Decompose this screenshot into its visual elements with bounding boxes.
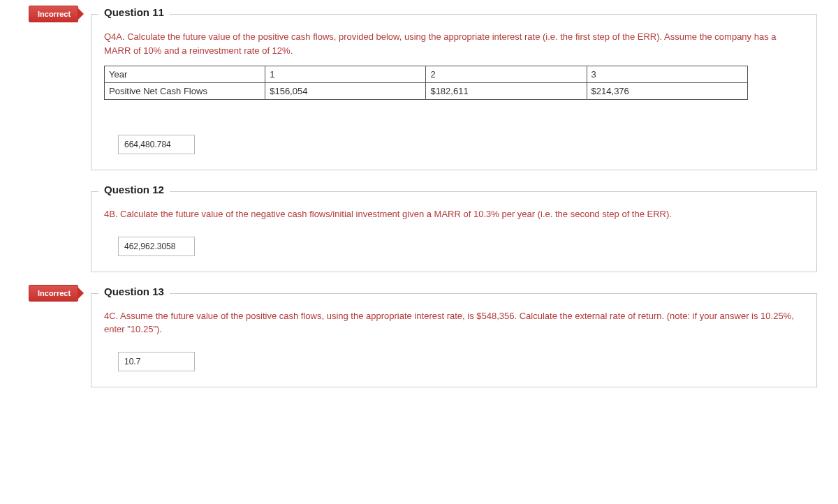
answer-input[interactable] bbox=[118, 237, 195, 256]
table-cell: $214,376 bbox=[587, 83, 747, 100]
table-cell: 1 bbox=[265, 66, 426, 83]
table-cell: $156,054 bbox=[265, 83, 426, 100]
answer-input[interactable] bbox=[118, 135, 195, 154]
table-cell: 2 bbox=[426, 66, 587, 83]
table-row: Positive Net Cash Flows $156,054 $182,61… bbox=[105, 83, 748, 100]
question-prompt: Q4A. Calculate the future value of the p… bbox=[104, 30, 804, 57]
question-prompt: 4C. Assume the future value of the posit… bbox=[104, 309, 804, 336]
table-cell: 3 bbox=[587, 66, 747, 83]
question-title: Question 13 bbox=[98, 286, 170, 297]
question-12: Question 12 4B. Calculate the future val… bbox=[91, 191, 817, 272]
incorrect-badge: Incorrect bbox=[29, 6, 78, 22]
answer-input[interactable] bbox=[118, 352, 195, 371]
table-row: Year 1 2 3 bbox=[105, 66, 748, 83]
question-13: Incorrect Question 13 4C. Assume the fut… bbox=[91, 293, 817, 387]
question-prompt: 4B. Calculate the future value of the ne… bbox=[104, 207, 804, 221]
table-cell: Year bbox=[105, 66, 265, 83]
question-11: Incorrect Question 11 Q4A. Calculate the… bbox=[91, 14, 817, 170]
cash-flow-table: Year 1 2 3 Positive Net Cash Flows $156,… bbox=[104, 66, 748, 100]
incorrect-badge: Incorrect bbox=[29, 285, 78, 302]
question-title: Question 12 bbox=[98, 184, 170, 195]
table-cell: $182,611 bbox=[426, 83, 587, 100]
table-cell: Positive Net Cash Flows bbox=[105, 83, 265, 100]
question-title: Question 11 bbox=[98, 6, 170, 18]
